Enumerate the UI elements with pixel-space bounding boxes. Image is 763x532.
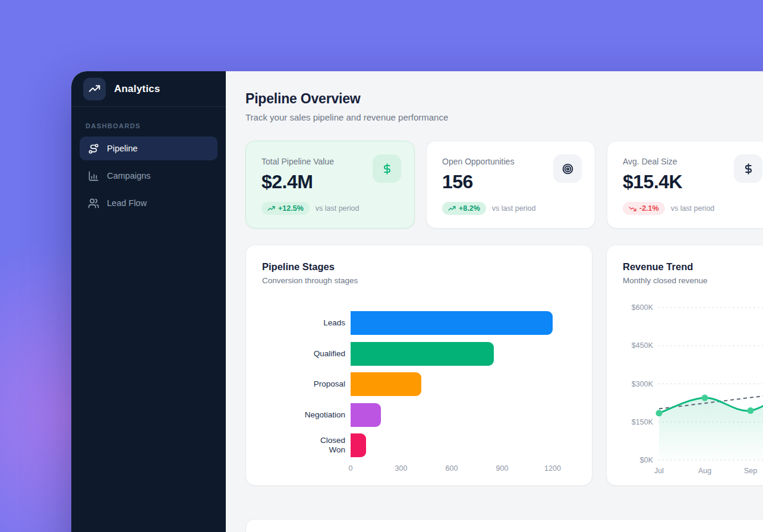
x-axis-month-label: Sep bbox=[744, 467, 757, 475]
data-point-dot-jul[interactable] bbox=[656, 410, 663, 416]
sidebar-item-label: Campaigns bbox=[107, 171, 150, 180]
trending-up-icon bbox=[267, 205, 275, 213]
stat-icon-badge bbox=[553, 154, 582, 183]
bar-track bbox=[351, 372, 576, 396]
y-axis-tick: $150K bbox=[632, 418, 654, 426]
y-axis-tick: $600K bbox=[632, 303, 654, 312]
x-axis-month-label: Jul bbox=[654, 467, 664, 475]
stat-card-avg-deal-size[interactable]: Avg. Deal Size$15.4K-2.1%vs last period bbox=[607, 141, 763, 229]
stat-icon-badge bbox=[734, 154, 762, 183]
app-logo bbox=[83, 78, 106, 100]
sidebar-item-pipeline[interactable]: Pipeline bbox=[80, 137, 217, 160]
compare-label: vs last period bbox=[671, 204, 715, 213]
chart-title: Revenue Trend bbox=[623, 261, 763, 273]
bar-track bbox=[351, 311, 576, 335]
line-chart: $600K$450K$300K$150K$0KJulAugSep bbox=[623, 298, 763, 477]
chart-title: Pipeline Stages bbox=[262, 261, 576, 273]
charts-row: Pipeline Stages Conversion through stage… bbox=[245, 245, 763, 486]
revenue-trend-card: Revenue Trend Monthly closed revenue $60… bbox=[606, 245, 763, 486]
line-chart-svg: $600K$450K$300K$150K$0KJulAugSep bbox=[623, 298, 763, 477]
x-axis-tick: 300 bbox=[395, 464, 408, 473]
trending-down-icon bbox=[629, 205, 636, 213]
x-axis-tick: 600 bbox=[446, 464, 458, 473]
bar-fill[interactable] bbox=[351, 433, 366, 457]
target-icon bbox=[562, 163, 574, 175]
dollar-icon bbox=[742, 163, 755, 175]
data-point-dot-aug[interactable] bbox=[702, 395, 708, 401]
sidebar-item-label: Pipeline bbox=[107, 144, 138, 153]
delta-value: +8.2% bbox=[459, 204, 480, 213]
stat-meta: -2.1%vs last period bbox=[623, 202, 760, 215]
app-window: Analytics DASHBOARDS PipelineCampaignsLe… bbox=[71, 71, 763, 532]
dollar-icon bbox=[381, 163, 393, 175]
bar-track bbox=[351, 433, 576, 457]
stat-meta: +12.5%vs last period bbox=[261, 202, 399, 215]
route-icon bbox=[88, 143, 99, 154]
bar-row-proposal: Proposal bbox=[262, 372, 576, 396]
sidebar-header: Analytics bbox=[71, 71, 226, 107]
compare-label: vs last period bbox=[492, 204, 536, 213]
bar-row-closed-won: ClosedWon bbox=[262, 433, 576, 457]
bar-fill[interactable] bbox=[351, 372, 421, 396]
y-axis-tick: $300K bbox=[632, 380, 654, 388]
stat-card-total-pipeline-value[interactable]: Total Pipeline Value$2.4M+12.5%vs last p… bbox=[245, 141, 415, 229]
bar-fill[interactable] bbox=[351, 311, 553, 335]
bar-category-label: ClosedWon bbox=[262, 436, 351, 455]
bar-category-label: Leads bbox=[262, 318, 351, 328]
bar-fill[interactable] bbox=[351, 342, 494, 366]
bar-chart-icon bbox=[88, 170, 99, 182]
stats-row: Total Pipeline Value$2.4M+12.5%vs last p… bbox=[245, 141, 763, 229]
trending-up-icon bbox=[89, 83, 100, 95]
bar-row-leads: Leads bbox=[262, 311, 576, 335]
sidebar-item-label: Lead Flow bbox=[107, 198, 147, 208]
sidebar: Analytics DASHBOARDS PipelineCampaignsLe… bbox=[71, 71, 226, 532]
page-subtitle: Track your sales pipeline and revenue pe… bbox=[245, 112, 763, 122]
bar-row-qualified: Qualified bbox=[262, 342, 576, 366]
x-axis-tick: 900 bbox=[496, 464, 509, 473]
x-axis-tick: 0 bbox=[349, 464, 353, 473]
delta-badge: +12.5% bbox=[261, 202, 310, 215]
y-axis-tick: $450K bbox=[632, 341, 654, 350]
x-axis-month-label: Aug bbox=[698, 467, 711, 475]
delta-badge: +8.2% bbox=[442, 202, 486, 215]
chart-subtitle: Conversion through stages bbox=[262, 276, 576, 285]
users-icon bbox=[88, 198, 99, 209]
sidebar-item-lead-flow[interactable]: Lead Flow bbox=[80, 191, 217, 215]
bar-track bbox=[351, 342, 576, 366]
bar-fill[interactable] bbox=[351, 403, 381, 427]
delta-badge: -2.1% bbox=[623, 202, 665, 215]
app-name: Analytics bbox=[114, 83, 160, 95]
bar-chart: LeadsQualifiedProposalNegotiationClosedW… bbox=[262, 311, 576, 457]
bar-category-label: Negotiation bbox=[262, 410, 351, 420]
bar-chart-x-axis: 03006009001200 bbox=[351, 464, 553, 474]
main-content: Pipeline Overview Track your sales pipel… bbox=[226, 71, 763, 532]
sidebar-section-label: DASHBOARDS bbox=[86, 122, 226, 129]
bar-track bbox=[351, 403, 576, 427]
pipeline-stages-card: Pipeline Stages Conversion through stage… bbox=[245, 245, 592, 486]
stat-card-open-opportunities[interactable]: Open Opportunities156+8.2%vs last period bbox=[426, 141, 595, 229]
stat-meta: +8.2%vs last period bbox=[442, 202, 579, 215]
sidebar-item-campaigns[interactable]: Campaigns bbox=[80, 164, 217, 188]
compare-label: vs last period bbox=[316, 204, 360, 213]
bar-row-negotiation: Negotiation bbox=[262, 403, 576, 427]
page-title: Pipeline Overview bbox=[245, 91, 763, 107]
x-axis-tick: 1200 bbox=[544, 464, 561, 473]
data-point-dot-sep[interactable] bbox=[748, 407, 754, 414]
delta-value: +12.5% bbox=[278, 204, 304, 213]
revenue-area bbox=[659, 384, 763, 461]
bar-category-label: Proposal bbox=[262, 379, 351, 389]
chart-subtitle: Monthly closed revenue bbox=[623, 276, 763, 285]
delta-value: -2.1% bbox=[639, 204, 659, 213]
sidebar-nav: PipelineCampaignsLead Flow bbox=[71, 137, 226, 215]
bar-category-label: Qualified bbox=[262, 349, 351, 359]
y-axis-tick: $0K bbox=[640, 456, 654, 464]
bottom-card-partial bbox=[245, 519, 763, 532]
trending-up-icon bbox=[448, 205, 456, 213]
stat-icon-badge bbox=[373, 154, 401, 183]
